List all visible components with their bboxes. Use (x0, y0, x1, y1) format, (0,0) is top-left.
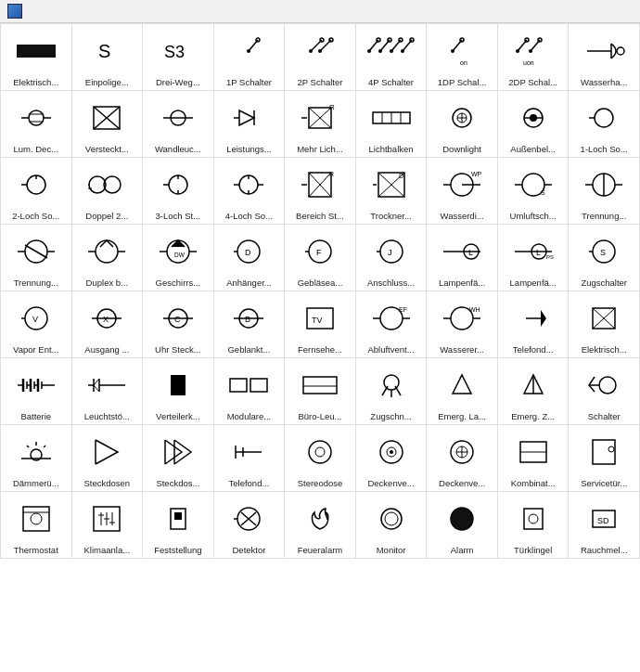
label-cell-37: Ausgang ... (84, 344, 129, 355)
cell-23[interactable]: DTrockner... (356, 158, 428, 225)
symbol-deckenve1 (358, 429, 425, 476)
cell-56[interactable]: Steckdos... (143, 425, 214, 492)
cell-35[interactable]: SZugschalter (569, 225, 640, 291)
cell-40[interactable]: TVFernsehe... (285, 291, 356, 358)
cell-21[interactable]: 4-Loch So... (214, 158, 286, 225)
cell-15[interactable]: Downlight (427, 91, 498, 158)
cell-51[interactable]: Emerg. La... (427, 358, 498, 425)
cell-4[interactable]: 2P Schalter (285, 24, 356, 91)
cell-39[interactable]: BGeblankt... (214, 291, 286, 358)
cell-58[interactable]: Stereodose (285, 425, 356, 492)
cell-65[interactable]: Feststellung (143, 492, 214, 559)
symbol-elek2 (570, 295, 637, 342)
cell-47[interactable]: Verteilerk... (143, 358, 214, 425)
cell-24[interactable]: WPWasserdi... (427, 158, 498, 225)
cell-57[interactable]: Telefond... (214, 425, 286, 492)
cell-53[interactable]: Schalter (569, 358, 640, 425)
cell-13[interactable]: RMehr Lich... (285, 91, 356, 158)
cell-49[interactable]: Büro-Leu... (285, 358, 356, 425)
svg-text:uon: uon (523, 59, 534, 66)
cell-68[interactable]: Monitor (356, 492, 428, 559)
cell-46[interactable]: Leuchtstö... (72, 358, 144, 425)
cell-5[interactable]: 4P Schalter (356, 24, 428, 91)
symbol-S3: S3 (145, 28, 211, 75)
cell-70[interactable]: Türklingel (498, 492, 570, 559)
cell-7[interactable]: uon2DP Schal... (498, 24, 570, 91)
cell-29[interactable]: DWGeschirrs... (143, 225, 214, 291)
cell-62[interactable]: Servicetür... (569, 425, 640, 492)
svg-text:S: S (98, 41, 110, 61)
symbol-geschirr: DW (145, 228, 211, 276)
cell-31[interactable]: FGebläsea... (285, 225, 356, 291)
symbol-alarm (429, 496, 495, 543)
cell-8[interactable]: Wasserha... (569, 24, 640, 91)
cell-22[interactable]: RBereich St... (285, 158, 356, 225)
symbol-zugschalter: S (570, 228, 637, 276)
cell-16[interactable]: Außenbel... (498, 91, 570, 158)
symbol-detektor (216, 496, 283, 543)
cell-48[interactable]: Modulare... (214, 358, 286, 425)
cell-1[interactable]: SEinpolige... (72, 24, 144, 91)
cell-59[interactable]: Deckenve... (356, 425, 428, 492)
label-cell-63: Thermostat (14, 545, 58, 555)
svg-text:on: on (460, 59, 467, 66)
cell-37[interactable]: XAusgang ... (72, 291, 144, 358)
label-cell-68: Monitor (377, 545, 406, 555)
cell-55[interactable]: Steckdosen (72, 425, 144, 492)
cell-6[interactable]: on1DP Schal... (427, 24, 498, 91)
cell-67[interactable]: Feueralarm (285, 492, 356, 559)
cell-38[interactable]: CUhr Steck... (143, 291, 214, 358)
cell-27[interactable]: Trennung... (1, 225, 72, 291)
symbol-telefond (500, 295, 567, 342)
cell-32[interactable]: JAnschluss... (356, 225, 428, 291)
svg-text:F: F (316, 248, 322, 257)
cell-41[interactable]: EFAbluftvent... (356, 291, 428, 358)
cell-66[interactable]: Detektor (214, 492, 286, 559)
label-cell-25: Umluftsch... (510, 211, 557, 221)
cell-9[interactable]: Lum. Dec... (1, 91, 72, 158)
symbol-anhanger: D (216, 228, 283, 276)
svg-point-29 (516, 49, 519, 53)
cell-43[interactable]: Telefond... (498, 291, 570, 358)
svg-text:B: B (245, 315, 250, 324)
cell-71[interactable]: SDRauchmel... (569, 492, 640, 559)
cell-30[interactable]: DAnhänger... (214, 225, 286, 291)
cell-19[interactable]: Doppel 2... (72, 158, 144, 225)
cell-54[interactable]: Dämmerü... (1, 425, 72, 492)
cell-34[interactable]: LPSLampenfä... (498, 225, 570, 291)
cell-64[interactable]: Klimaanla... (72, 492, 144, 559)
cell-44[interactable]: Elektrisch... (569, 291, 640, 358)
cell-52[interactable]: Emerg. Z... (498, 358, 570, 425)
cell-28[interactable]: Duplex b... (72, 225, 144, 291)
cell-60[interactable]: Deckenve... (427, 425, 498, 492)
cell-12[interactable]: Leistungs... (214, 91, 286, 158)
cell-11[interactable]: Wandleuc... (143, 91, 214, 158)
cell-45[interactable]: Batterie (1, 358, 72, 425)
cell-18[interactable]: 2-Loch So... (1, 158, 72, 225)
symbol-anschluss: J (358, 228, 425, 276)
symbol-lichtbalken (358, 95, 425, 142)
cell-0[interactable]: Elektrisch... (1, 24, 72, 91)
cell-10[interactable]: Versteckt... (72, 91, 144, 158)
label-cell-61: Kombinat... (511, 478, 556, 488)
label-cell-32: Anschluss... (367, 278, 415, 288)
cell-20[interactable]: 3-Loch St... (143, 158, 214, 225)
cell-61[interactable]: Kombinat... (498, 425, 570, 492)
cell-63[interactable]: Thermostat (1, 492, 72, 559)
cell-69[interactable]: Alarm (427, 492, 498, 559)
cell-14[interactable]: Lichtbalken (356, 91, 428, 158)
cell-50[interactable]: Zugschn... (356, 358, 428, 425)
svg-point-219 (385, 512, 398, 525)
cell-3[interactable]: 1P Schalter (214, 24, 286, 91)
cell-36[interactable]: VVapor Ent... (1, 291, 72, 358)
cell-26[interactable]: Trennung... (569, 158, 640, 225)
cell-17[interactable]: 1-Loch So... (569, 91, 640, 158)
symbol-umluft: S (500, 162, 567, 209)
cell-25[interactable]: SUmluftsch... (498, 158, 570, 225)
cell-2[interactable]: S3Drei-Weg... (143, 24, 214, 91)
svg-rect-179 (230, 379, 247, 392)
symbol-thermostat (3, 496, 70, 543)
svg-point-19 (390, 49, 393, 53)
cell-33[interactable]: LLampenfä... (427, 225, 498, 291)
cell-42[interactable]: WHWasserer... (427, 291, 498, 358)
